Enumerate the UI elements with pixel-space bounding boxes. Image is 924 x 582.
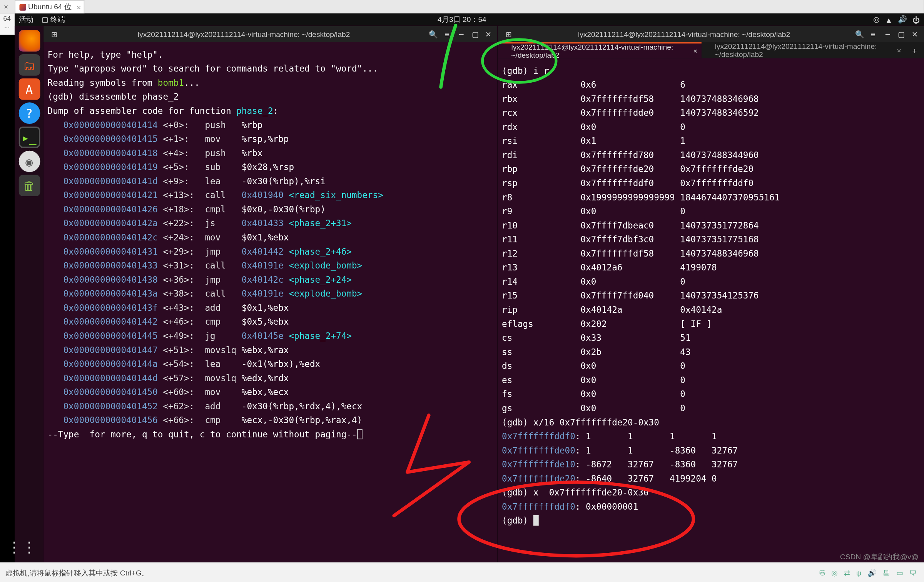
window-title: lyx2021112114@lyx2021112114-virtual-mach…: [515, 30, 853, 38]
window-titlebar[interactable]: ⊞ lyx2021112114@lyx2021112114-virtual-ma…: [43, 26, 498, 42]
hamburger-icon[interactable]: ≡: [866, 30, 880, 38]
vm-tab[interactable]: Ubuntu 64 位 ×: [15, 0, 84, 13]
vm-side-label: 64 ...: [0, 13, 15, 35]
watermark: CSDN @卑鄙的我@v@: [840, 552, 919, 562]
a11y-icon[interactable]: ◎: [873, 15, 880, 24]
usb-icon[interactable]: ψ: [856, 568, 862, 576]
terminal-window-left: ⊞ lyx2021112114@lyx2021112114-virtual-ma…: [43, 26, 498, 563]
net-icon[interactable]: ⇄: [844, 568, 850, 576]
status-icons[interactable]: ⛁ ◎ ⇄ ψ 🔊 🖶 ▭ 🗨: [817, 568, 919, 577]
close-icon[interactable]: ✕: [483, 29, 494, 40]
software-icon[interactable]: A: [18, 78, 40, 100]
terminal-tab[interactable]: lyx2021112114@lyx2021112114-virtual-mach…: [498, 42, 702, 58]
firefox-icon[interactable]: [18, 30, 40, 52]
maximize-icon[interactable]: ▢: [896, 29, 907, 40]
tab-close-icon[interactable]: ×: [77, 3, 81, 11]
sound-icon[interactable]: 🔊: [867, 568, 877, 576]
terminal-content-right[interactable]: (gdb) i r rax 0x6 6 rbx 0x7fffffffdf58 1…: [498, 58, 924, 530]
search-icon[interactable]: 🔍: [427, 30, 440, 38]
message-icon[interactable]: 🗨: [909, 568, 917, 576]
clock[interactable]: 4月3日 20：54: [438, 15, 486, 25]
sound-icon[interactable]: 🔊: [898, 15, 907, 24]
new-tab-icon[interactable]: ＋: [905, 42, 924, 58]
cd-icon[interactable]: ◎: [831, 568, 838, 576]
tab-close-icon[interactable]: ×: [897, 46, 901, 54]
terminal-content-left[interactable]: For help, type "help". Type "apropos wor…: [43, 42, 498, 444]
terminal-icon[interactable]: ▸_: [18, 127, 40, 148]
disk-icon[interactable]: ◉: [18, 151, 40, 172]
current-app[interactable]: ▢ 终端: [42, 15, 65, 25]
gnome-top-bar: 活动 ▢ 终端 4月3日 20：54 ◎ ▲ 🔊 ⏻: [15, 13, 924, 26]
dock: 🗂 A ? ▸_ ◉ 🗑 ⋮⋮⋮: [15, 26, 43, 563]
minimize-icon[interactable]: ━: [456, 29, 467, 40]
close-icon[interactable]: ×: [0, 3, 12, 11]
host-statusbar: 虚拟机,请将鼠标指针移入其中或按 Ctrl+G。 ⛁ ◎ ⇄ ψ 🔊 🖶 ▭ 🗨: [0, 562, 924, 582]
help-icon[interactable]: ?: [18, 102, 40, 124]
desktop: 🗂 A ? ▸_ ◉ 🗑 ⋮⋮⋮ ⊞ lyx2021112114@lyx2021…: [15, 26, 924, 563]
display-icon[interactable]: ▭: [896, 568, 903, 576]
hdd-icon[interactable]: ⛁: [819, 568, 825, 576]
minimize-icon[interactable]: ━: [882, 29, 893, 40]
new-tab-icon[interactable]: ⊞: [48, 30, 61, 38]
terminal-tab-label: lyx2021112114@lyx2021112114-virtual-mach…: [511, 43, 688, 59]
activities-button[interactable]: 活动: [19, 15, 33, 25]
new-tab-icon[interactable]: ⊞: [502, 30, 515, 38]
window-title: lyx2021112114@lyx2021112114-virtual-mach…: [61, 30, 427, 38]
close-icon[interactable]: ✕: [909, 29, 920, 40]
host-tabbar: × Ubuntu 64 位 ×: [0, 0, 924, 13]
terminal-tab[interactable]: lyx2021112114@lyx2021112114-virtual-mach…: [702, 42, 905, 58]
tab-close-icon[interactable]: ×: [693, 47, 697, 55]
vm-tab-label: Ubuntu 64 位: [28, 2, 72, 12]
terminal-tab-label: lyx2021112114@lyx2021112114-virtual-mach…: [715, 42, 892, 58]
status-hint: 虚拟机,请将鼠标指针移入其中或按 Ctrl+G。: [5, 567, 149, 577]
network-icon[interactable]: ▲: [885, 16, 892, 24]
power-icon[interactable]: ⏻: [912, 16, 920, 24]
search-icon[interactable]: 🔍: [853, 30, 866, 38]
printer-icon[interactable]: 🖶: [883, 568, 890, 576]
maximize-icon[interactable]: ▢: [470, 29, 480, 40]
terminal-window-right: ⊞ lyx2021112114@lyx2021112114-virtual-ma…: [498, 26, 924, 563]
files-icon[interactable]: 🗂: [18, 54, 40, 76]
ubuntu-icon: [19, 4, 26, 10]
hamburger-icon[interactable]: ≡: [440, 30, 454, 38]
terminal-tabs: lyx2021112114@lyx2021112114-virtual-mach…: [498, 42, 924, 58]
window-titlebar[interactable]: ⊞ lyx2021112114@lyx2021112114-virtual-ma…: [498, 26, 924, 42]
trash-icon[interactable]: 🗑: [18, 175, 40, 196]
